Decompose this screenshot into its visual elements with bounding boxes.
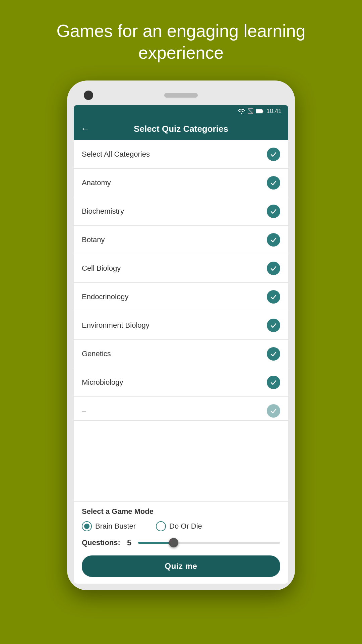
phone-camera (84, 91, 93, 100)
category-label-cell-biology: Cell Biology (82, 264, 121, 273)
questions-slider-container[interactable] (138, 542, 280, 544)
category-item-genetics[interactable]: Genetics (74, 340, 288, 368)
category-item-partial[interactable]: – (74, 397, 288, 421)
category-label-biochemistry: Biochemistry (82, 207, 124, 216)
tagline-text: Games for an engaging learning experienc… (0, 0, 362, 80)
slider-thumb[interactable] (169, 538, 178, 547)
app-header: ← Select Quiz Categories (74, 117, 288, 140)
svg-rect-2 (256, 109, 262, 113)
radio-brain-buster-outer (82, 521, 92, 531)
status-bar: 10:41 (74, 105, 288, 117)
header-title: Select Quiz Categories (97, 124, 282, 134)
radio-brain-buster-label: Brain Buster (95, 522, 136, 531)
category-item-biochemistry[interactable]: Biochemistry (74, 197, 288, 226)
category-label-endocrinology: Endocrinology (82, 292, 128, 301)
category-label-anatomy: Anatomy (82, 178, 111, 187)
check-circle-select-all (267, 148, 280, 161)
check-circle-cell-biology (267, 262, 280, 275)
phone-frame: 10:41 ← Select Quiz Categories Select Al… (67, 80, 295, 590)
category-item-botany[interactable]: Botany (74, 226, 288, 254)
category-item-endocrinology[interactable]: Endocrinology (74, 283, 288, 311)
status-time: 10:41 (266, 108, 282, 115)
signal-icon (248, 108, 253, 114)
radio-brain-buster[interactable]: Brain Buster (82, 521, 136, 531)
game-mode-label: Select a Game Mode (82, 507, 280, 516)
slider-track (138, 542, 174, 544)
category-label-microbiology: Microbiology (82, 378, 123, 387)
check-circle-biochemistry (267, 205, 280, 218)
category-item-select-all[interactable]: Select All Categories (74, 140, 288, 169)
check-circle-environment-biology (267, 319, 280, 332)
phone-speaker (164, 93, 198, 98)
category-item-anatomy[interactable]: Anatomy (74, 169, 288, 197)
back-button[interactable]: ← (80, 123, 90, 134)
radio-do-or-die-label: Do Or Die (169, 522, 202, 531)
battery-icon (256, 109, 264, 114)
quiz-me-button[interactable]: Quiz me (82, 555, 280, 577)
phone-screen: 10:41 ← Select Quiz Categories Select Al… (74, 105, 288, 584)
svg-rect-3 (262, 110, 263, 112)
bottom-section: Select a Game Mode Brain Buster Do Or Di… (74, 501, 288, 584)
check-circle-microbiology (267, 376, 280, 389)
check-circle-endocrinology (267, 290, 280, 304)
questions-row: Questions: 5 (82, 538, 280, 547)
radio-do-or-die-outer (156, 521, 166, 531)
check-circle-anatomy (267, 176, 280, 190)
check-circle-genetics (267, 347, 280, 361)
category-label-environment-biology: Environment Biology (82, 321, 149, 330)
category-label-select-all: Select All Categories (82, 150, 150, 159)
questions-value: 5 (127, 538, 131, 547)
category-label-botany: Botany (82, 235, 105, 244)
wifi-icon (238, 108, 245, 114)
game-mode-options: Brain Buster Do Or Die (82, 521, 280, 531)
svg-line-1 (248, 109, 253, 113)
category-item-microbiology[interactable]: Microbiology (74, 368, 288, 397)
check-circle-partial (267, 404, 280, 418)
questions-label: Questions: (82, 538, 120, 547)
category-list: Select All Categories Anatomy Biochemist… (74, 140, 288, 501)
category-item-cell-biology[interactable]: Cell Biology (74, 254, 288, 283)
category-label-partial: – (82, 407, 86, 415)
category-item-environment-biology[interactable]: Environment Biology (74, 311, 288, 340)
radio-do-or-die[interactable]: Do Or Die (156, 521, 202, 531)
radio-brain-buster-inner (84, 524, 89, 529)
check-circle-botany (267, 233, 280, 247)
category-label-genetics: Genetics (82, 350, 111, 358)
